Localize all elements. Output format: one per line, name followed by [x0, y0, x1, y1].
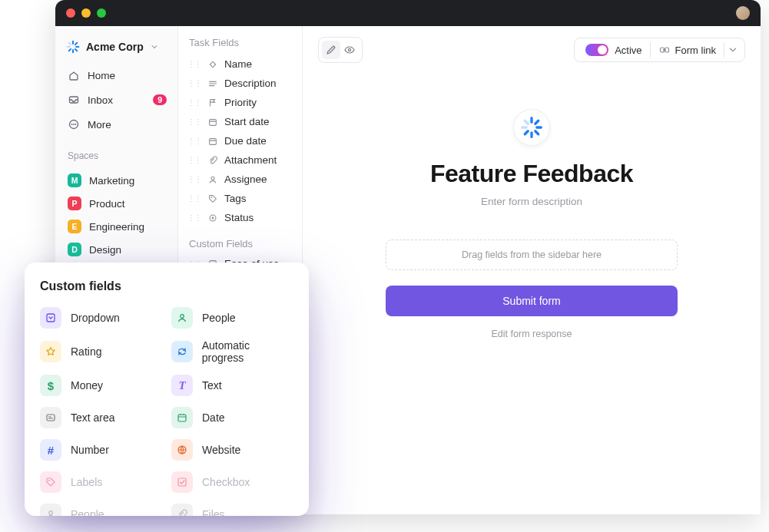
form-description[interactable]: Enter form description	[481, 196, 582, 207]
task-field-status[interactable]: ⋮⋮ Status	[181, 208, 299, 227]
nav-more[interactable]: More	[65, 114, 170, 135]
star-icon	[40, 341, 61, 362]
dropzone-text: Drag fields from the sidebar here	[462, 249, 602, 260]
diamond-icon	[207, 59, 218, 70]
workspace-name: Acme Corp	[86, 41, 144, 53]
form-title[interactable]: Feature Feedback	[430, 160, 633, 188]
textarea-icon	[40, 407, 61, 428]
grip-icon: ⋮⋮	[187, 79, 201, 88]
custom-fields-popup: Custom fields Dropdown People Rating Aut…	[25, 263, 309, 516]
sidebar-space-product[interactable]: P Product	[65, 192, 170, 215]
custom-field-type-money[interactable]: $ Money	[40, 375, 162, 396]
space-badge-icon: E	[68, 220, 81, 233]
lines-icon	[207, 78, 218, 89]
task-field-attachment[interactable]: ⋮⋮ Attachment	[181, 150, 299, 170]
task-field-priority[interactable]: ⋮⋮ Priority	[181, 93, 299, 112]
form-link-menu-button[interactable]	[724, 45, 741, 55]
task-field-start-date[interactable]: ⋮⋮ Start date	[181, 112, 299, 131]
clip-icon	[207, 155, 218, 166]
nav-home[interactable]: Home	[65, 64, 170, 86]
window-zoom-button[interactable]	[97, 8, 106, 18]
custom-field-type-automatic-progress[interactable]: Automatic progress	[171, 339, 293, 364]
sidebar-space-marketing[interactable]: M Marketing	[65, 169, 170, 192]
calendar-icon	[207, 117, 218, 127]
edit-mode-button[interactable]	[322, 41, 340, 59]
custom-field-type-label: Rating	[71, 345, 101, 358]
form-area: Feature Feedback Enter form description …	[318, 63, 745, 504]
space-badge-icon: P	[68, 197, 81, 210]
custom-field-type-website[interactable]: Website	[171, 439, 293, 461]
custom-field-type-checkbox[interactable]: Checkbox	[171, 471, 293, 493]
custom-field-type-date[interactable]: Date	[171, 407, 293, 428]
grip-icon: ⋮⋮	[187, 137, 201, 145]
field-label: Start date	[224, 116, 270, 127]
preview-mode-button[interactable]	[340, 41, 359, 59]
task-field-due-date[interactable]: ⋮⋮ Due date	[181, 131, 299, 150]
active-toggle[interactable]: Active	[578, 41, 649, 58]
custom-field-type-label: People	[71, 508, 104, 516]
custom-field-type-people[interactable]: People	[171, 307, 293, 329]
custom-field-type-label: People	[202, 312, 236, 324]
inbox-badge: 9	[153, 94, 167, 105]
custom-field-type-label: Text area	[71, 411, 115, 424]
custom-field-type-label: Website	[202, 444, 240, 456]
edit-form-response-link[interactable]: Edit form response	[492, 329, 572, 339]
custom-field-type-label: Labels	[71, 476, 102, 488]
sidebar-space-engineering[interactable]: E Engineering	[65, 215, 170, 238]
task-field-assignee[interactable]: ⋮⋮ Assignee	[181, 170, 299, 189]
grip-icon: ⋮⋮	[187, 175, 201, 183]
custom-field-type-labels[interactable]: Labels	[40, 471, 162, 493]
submit-button-label: Submit form	[502, 295, 560, 307]
field-label: Due date	[224, 135, 267, 147]
link-icon	[658, 44, 671, 56]
form-avatar[interactable]	[513, 109, 550, 146]
pencil-icon	[325, 44, 337, 56]
space-label: Product	[89, 198, 125, 210]
dollar-icon: $	[40, 375, 61, 396]
person-icon	[207, 174, 218, 185]
more-icon	[68, 118, 80, 131]
custom-field-type-label: Files	[202, 508, 225, 516]
titlebar	[55, 0, 761, 26]
field-label: Description	[224, 78, 277, 89]
check-icon	[171, 471, 193, 493]
task-fields-heading: Task Fields	[181, 37, 299, 55]
nav-inbox-label: Inbox	[88, 94, 113, 106]
custom-field-type-files[interactable]: Files	[171, 504, 293, 516]
form-canvas: Active Form link Feature	[303, 26, 761, 514]
workspace-switcher[interactable]: Acme Corp	[65, 37, 170, 61]
task-field-tags[interactable]: ⋮⋮ Tags	[181, 189, 299, 208]
custom-field-type-number[interactable]: # Number	[40, 439, 162, 461]
inbox-icon	[68, 94, 80, 106]
spinner-icon	[520, 116, 543, 139]
custom-field-type-text[interactable]: T Text	[171, 375, 293, 396]
custom-field-type-dropdown[interactable]: Dropdown	[40, 307, 162, 329]
custom-fields-heading: Custom Fields	[181, 227, 299, 254]
toggle-switch-icon	[585, 44, 608, 56]
space-label: Marketing	[89, 175, 134, 187]
sidebar-space-design[interactable]: D Design	[65, 238, 170, 261]
person-icon	[171, 307, 193, 329]
custom-field-type-text-area[interactable]: Text area	[40, 407, 162, 428]
chevron-down-icon	[728, 45, 738, 55]
grip-icon: ⋮⋮	[187, 156, 201, 164]
right-toolbar: Active Form link	[574, 38, 745, 62]
form-link-button[interactable]: Form link	[651, 41, 724, 58]
eye-icon	[343, 44, 356, 56]
custom-field-type-people[interactable]: People	[40, 504, 162, 516]
custom-field-type-label: Money	[71, 379, 103, 392]
globe-icon	[171, 439, 193, 461]
custom-field-type-rating[interactable]: Rating	[40, 339, 162, 364]
form-dropzone[interactable]: Drag fields from the sidebar here	[386, 240, 678, 270]
task-field-description[interactable]: ⋮⋮ Description	[181, 74, 299, 93]
avatar[interactable]	[736, 6, 750, 20]
nav-inbox[interactable]: Inbox 9	[65, 89, 170, 111]
window-close-button[interactable]	[66, 8, 75, 18]
submit-button[interactable]: Submit form	[386, 286, 678, 316]
grip-icon: ⋮⋮	[187, 213, 201, 222]
chevron-down-icon	[150, 42, 159, 51]
window-minimize-button[interactable]	[81, 8, 91, 18]
task-field-name[interactable]: ⋮⋮ Name	[181, 55, 299, 74]
clip-icon	[171, 504, 193, 516]
tag-icon	[40, 471, 61, 493]
